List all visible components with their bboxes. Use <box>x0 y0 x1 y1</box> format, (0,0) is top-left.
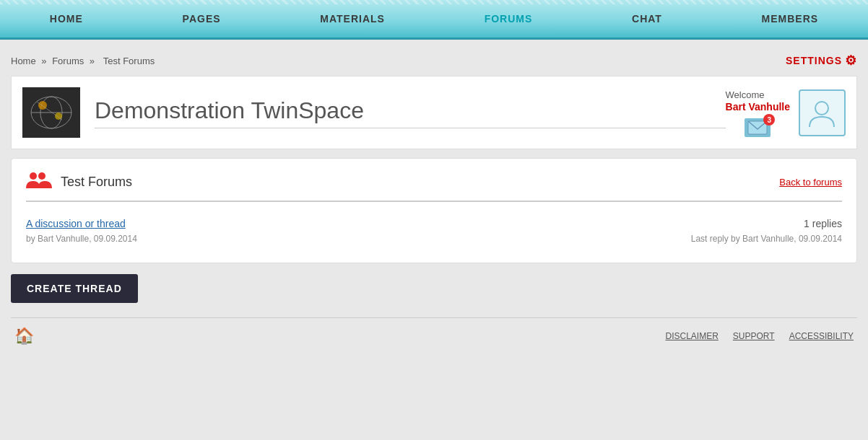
mail-icon-wrapper[interactable]: 3 <box>745 118 771 137</box>
forum-section: Test Forums Back to forums A discussion … <box>11 158 857 263</box>
nav-home[interactable]: HOME <box>35 6 97 32</box>
footer-accessibility[interactable]: ACCESSIBILITY <box>789 331 854 341</box>
settings-label: SETTINGS <box>786 55 842 66</box>
footer-bar: 🏠 DISCLAIMER SUPPORT ACCESSIBILITY <box>11 317 857 354</box>
user-name: Bart Vanhulle <box>726 101 790 113</box>
nav-materials[interactable]: MATERIALS <box>305 6 399 32</box>
header-section: Demonstration TwinSpace Welcome Bart Van… <box>11 76 857 149</box>
page-title: Demonstration TwinSpace <box>95 97 726 124</box>
create-thread-button[interactable]: CREATE THREAD <box>11 274 138 303</box>
footer-links: DISCLAIMER SUPPORT ACCESSIBILITY <box>665 331 854 341</box>
header-right: Welcome Bart Vanhulle 3 <box>726 88 790 137</box>
back-to-forums-link[interactable]: Back to forums <box>779 177 842 188</box>
navigation-bar: HOME PAGES MATERIALS FORUMS CHAT MEMBERS <box>0 0 868 40</box>
thread-right: 1 replies Last reply by Bart Vanhulle, 0… <box>691 218 842 245</box>
svg-point-9 <box>38 172 45 180</box>
home-icon[interactable]: 🏠 <box>14 327 34 346</box>
gear-icon: ⚙ <box>845 53 857 69</box>
welcome-block: Welcome Bart Vanhulle <box>726 88 790 113</box>
thread-meta: by Bart Vanhulle, 09.09.2014 <box>26 234 137 244</box>
header-title-wrapper: Demonstration TwinSpace <box>95 97 726 128</box>
avatar[interactable] <box>799 89 846 136</box>
thread-last-reply: Last reply by Bart Vanhulle, 09.09.2014 <box>691 234 842 244</box>
breadcrumb-bar: Home » Forums » Test Forums SETTINGS ⚙ <box>11 47 857 76</box>
forum-header: Test Forums Back to forums <box>26 170 842 202</box>
breadcrumb-sep2: » <box>90 56 95 66</box>
content-wrapper: Home » Forums » Test Forums SETTINGS ⚙ D… <box>0 40 868 361</box>
welcome-text: Welcome <box>726 89 765 100</box>
forum-title-group: Test Forums <box>26 170 132 195</box>
nav-members[interactable]: MEMBERS <box>747 6 833 32</box>
svg-point-8 <box>30 172 37 180</box>
svg-point-7 <box>815 102 828 115</box>
avatar-icon <box>806 97 838 129</box>
site-logo <box>22 87 80 138</box>
thread-title-link[interactable]: A discussion or thread <box>26 218 137 229</box>
forum-title: Test Forums <box>61 175 132 190</box>
nav-items: HOME PAGES MATERIALS FORUMS CHAT MEMBERS <box>0 6 868 32</box>
mail-badge: 3 <box>763 114 775 126</box>
breadcrumb-forums[interactable]: Forums <box>52 56 84 66</box>
nav-chat[interactable]: CHAT <box>617 6 677 32</box>
thread-left: A discussion or thread by Bart Vanhulle,… <box>26 218 137 245</box>
svg-point-4 <box>38 101 47 110</box>
settings-link[interactable]: SETTINGS ⚙ <box>786 53 857 69</box>
breadcrumb: Home » Forums » Test Forums <box>11 56 157 66</box>
table-row: A discussion or thread by Bart Vanhulle,… <box>26 211 842 252</box>
breadcrumb-current: Test Forums <box>103 56 155 66</box>
thread-replies-count: 1 replies <box>691 218 842 229</box>
forum-group-icon <box>26 170 52 195</box>
breadcrumb-sep1: » <box>41 56 46 66</box>
footer-disclaimer[interactable]: DISCLAIMER <box>665 331 718 341</box>
svg-point-5 <box>55 113 62 120</box>
nav-pages[interactable]: PAGES <box>168 6 235 32</box>
footer-support[interactable]: SUPPORT <box>733 331 775 341</box>
nav-forums[interactable]: FORUMS <box>470 6 547 32</box>
breadcrumb-home[interactable]: Home <box>11 56 36 66</box>
